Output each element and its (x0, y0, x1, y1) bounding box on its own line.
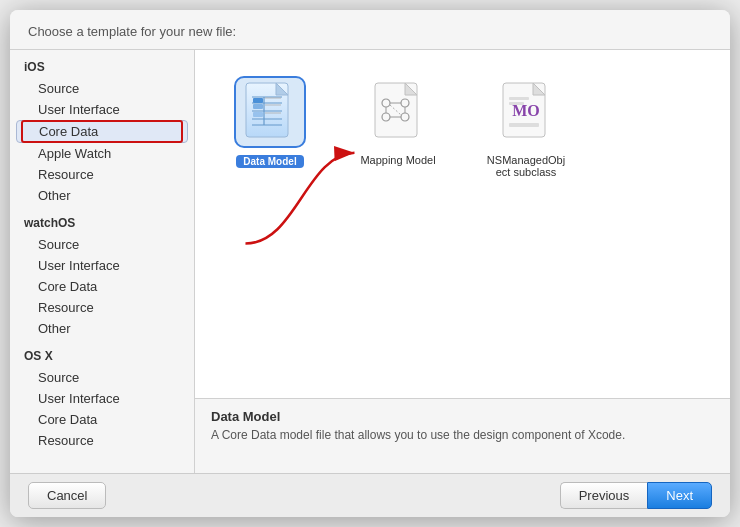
mapping-model-label: Mapping Model (360, 154, 435, 166)
nsmanagedobject-icon-wrap: MO (490, 76, 562, 148)
data-model-icon-wrap (234, 76, 306, 148)
dialog-footer: Cancel Previous Next (10, 473, 730, 517)
sidebar-item-watchos-other[interactable]: Other (10, 318, 194, 339)
description-text: A Core Data model file that allows you t… (211, 428, 714, 442)
dialog-header: Choose a template for your new file: (10, 10, 730, 50)
cancel-button[interactable]: Cancel (28, 482, 106, 509)
sidebar-item-ios-user-interface[interactable]: User Interface (10, 99, 194, 120)
data-model-selected-badge: Data Model (236, 155, 303, 168)
sidebar-item-osx-core-data[interactable]: Core Data (10, 409, 194, 430)
nsmanagedobject-label: NSManagedObject subclass (487, 154, 565, 178)
sidebar: iOS Source User Interface Core Data Appl… (10, 50, 195, 473)
sidebar-item-watchos-resource[interactable]: Resource (10, 297, 194, 318)
mapping-model-icon (371, 81, 425, 143)
sidebar-item-ios-resource[interactable]: Resource (10, 164, 194, 185)
sidebar-item-osx-source[interactable]: Source (10, 367, 194, 388)
svg-rect-30 (509, 102, 524, 105)
description-bar: Data Model A Core Data model file that a… (195, 398, 730, 473)
new-file-dialog: Choose a template for your new file: iOS… (10, 10, 730, 517)
previous-button[interactable]: Previous (560, 482, 648, 509)
template-item-data-model[interactable]: Data Model (215, 70, 325, 184)
nsmanagedobject-icon: MO (499, 81, 553, 143)
svg-rect-8 (253, 98, 263, 103)
svg-rect-10 (253, 112, 263, 117)
sidebar-item-ios-other[interactable]: Other (10, 185, 194, 206)
sidebar-group-osx: OS X (10, 345, 194, 367)
svg-rect-9 (253, 104, 263, 109)
svg-rect-29 (509, 97, 529, 100)
mapping-model-icon-wrap (362, 76, 434, 148)
template-item-nsmanagedobject[interactable]: MO NSManagedObject subclass (471, 70, 581, 184)
description-title: Data Model (211, 409, 714, 424)
sidebar-item-osx-user-interface[interactable]: User Interface (10, 388, 194, 409)
template-item-mapping-model[interactable]: Mapping Model (343, 70, 453, 184)
sidebar-item-ios-apple-watch[interactable]: Apple Watch (10, 143, 194, 164)
sidebar-group-watchos: watchOS (10, 212, 194, 234)
sidebar-group-ios: iOS (10, 56, 194, 78)
svg-rect-28 (509, 123, 539, 127)
sidebar-item-watchos-core-data[interactable]: Core Data (10, 276, 194, 297)
content-area: Data Model (195, 50, 730, 473)
navigation-buttons: Previous Next (560, 482, 712, 509)
dialog-title: Choose a template for your new file: (28, 24, 236, 39)
sidebar-item-ios-source[interactable]: Source (10, 78, 194, 99)
dialog-body: iOS Source User Interface Core Data Appl… (10, 50, 730, 473)
sidebar-item-osx-resource[interactable]: Resource (10, 430, 194, 451)
sidebar-item-ios-core-data[interactable]: Core Data (16, 120, 188, 143)
data-model-icon (242, 81, 298, 143)
sidebar-item-watchos-source[interactable]: Source (10, 234, 194, 255)
sidebar-item-watchos-user-interface[interactable]: User Interface (10, 255, 194, 276)
next-button[interactable]: Next (647, 482, 712, 509)
template-grid: Data Model (195, 50, 730, 398)
